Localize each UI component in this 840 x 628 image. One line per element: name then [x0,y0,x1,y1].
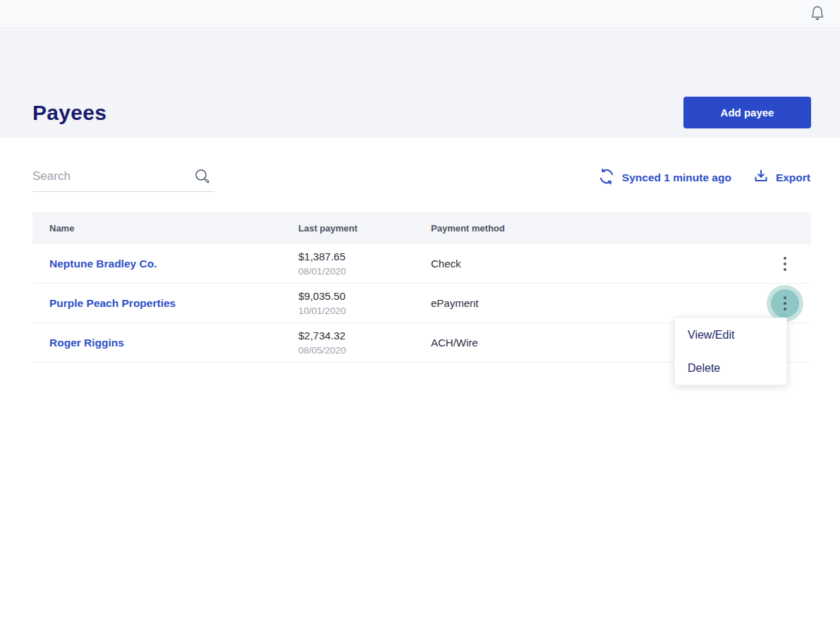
bell-icon [810,5,825,24]
sync-status-label: Synced 1 minute ago [622,171,731,184]
table-row: Neptune Bradley Co. $1,387.65 08/01/2020… [32,244,811,284]
payment-amount: $9,035.50 [298,290,431,303]
search-field [32,163,214,192]
sync-status-button[interactable]: Synced 1 minute ago [597,167,731,188]
last-payment-cell: $2,734.32 08/05/2020 [298,330,431,356]
search-input[interactable] [32,163,190,190]
payment-method: ePayment [431,297,759,309]
payee-name-link[interactable]: Roger Riggins [49,337,298,349]
payee-name-link[interactable]: Purple Peach Properties [49,297,298,310]
top-bar [0,0,840,29]
last-payment-cell: $1,387.65 08/01/2020 [298,250,431,277]
payment-amount: $2,734.32 [298,330,431,343]
last-payment-cell: $9,035.50 10/01/2020 [298,290,431,316]
menu-item-delete[interactable]: Delete [675,351,786,385]
row-context-menu: View/Edit Delete [674,318,787,385]
column-header-last-payment: Last payment [298,223,431,234]
payees-page: Payees Add payee Synced 1 minute [0,0,840,628]
column-header-name: Name [49,223,298,234]
column-header-payment-method: Payment method [431,223,759,234]
kebab-icon [784,257,786,271]
toolbar-right: Synced 1 minute ago Export [597,167,810,188]
add-payee-button[interactable]: Add payee [683,97,811,128]
notifications-button[interactable] [808,4,827,24]
table-header-row: Name Last payment Payment method [32,212,811,244]
download-icon [753,168,769,188]
page-title: Payees [32,101,106,125]
export-button[interactable]: Export [753,168,810,188]
kebab-icon [784,296,786,310]
row-actions-button[interactable] [767,246,803,282]
row-actions-button-active[interactable] [767,285,803,322]
sync-refresh-icon [597,167,616,188]
payee-name-link[interactable]: Neptune Bradley Co. [49,258,298,270]
payment-date: 10/01/2020 [298,306,431,316]
menu-item-view-edit[interactable]: View/Edit [675,318,786,351]
payment-method: Check [431,258,759,270]
payment-amount: $1,387.65 [298,250,431,264]
payment-date: 08/05/2020 [298,345,431,356]
search-icon[interactable] [193,167,212,188]
payment-date: 08/01/2020 [298,266,431,277]
page-header: Payees Add payee [0,30,840,138]
export-label: Export [776,171,810,184]
